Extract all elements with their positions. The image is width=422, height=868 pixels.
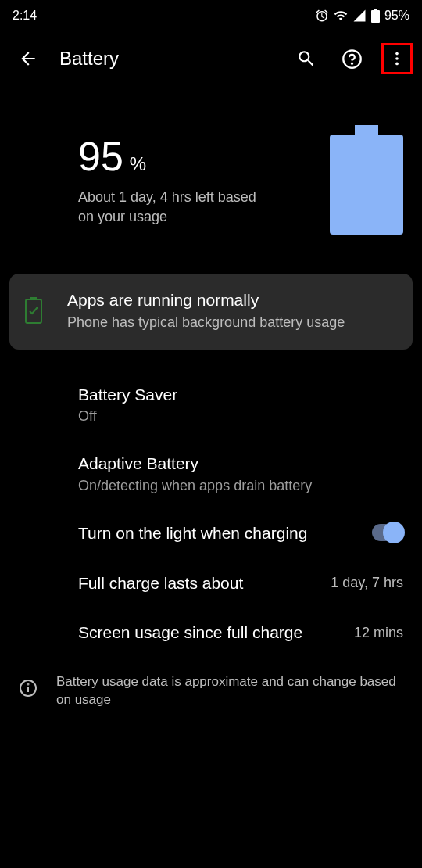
svg-rect-1 [371,10,380,23]
list-text: Battery Saver Off [78,384,403,425]
item-title: Turn on the light when charging [78,522,359,543]
battery-pct-text: 95% [384,9,409,23]
apps-status-card[interactable]: Apps are running normally Phone has typi… [9,274,413,350]
svg-rect-0 [374,9,377,10]
light-when-charging-item[interactable]: Turn on the light when charging [0,508,422,558]
list-text: Full charge lasts about [78,572,318,594]
search-button[interactable] [291,43,322,74]
item-title: Battery Saver [78,384,403,405]
back-button[interactable] [9,40,47,77]
light-toggle[interactable] [372,524,403,541]
percent-symbol: % [130,153,146,175]
app-bar: Battery [0,31,422,86]
status-right: 95% [315,9,409,23]
svg-point-3 [351,63,352,63]
search-icon [296,48,316,69]
battery-saver-item[interactable]: Battery Saver Off [0,370,422,439]
signal-icon [352,9,367,23]
item-subtitle: On/detecting when apps drain battery [78,478,403,494]
card-subtitle: Phone has typical background battery usa… [67,313,345,332]
card-title: Apps are running normally [67,291,345,310]
svg-point-5 [395,57,399,60]
item-value: 12 mins [354,625,403,641]
battery-status-icon [371,9,380,23]
help-icon [342,48,363,70]
svg-point-6 [395,63,399,66]
footer-text: Battery usage data is approximate and ca… [56,673,403,710]
help-button[interactable] [336,43,367,74]
percentage-line: 95 % [78,133,299,180]
screen-usage-item[interactable]: Screen usage since full charge 12 mins [0,608,422,657]
item-title: Screen usage since full charge [78,622,342,643]
app-bar-actions [291,43,413,74]
summary-text: 95 % About 1 day, 4 hrs left based on yo… [78,133,299,227]
info-icon [19,679,38,703]
back-arrow-icon [18,48,38,69]
item-subtitle: Off [78,408,403,425]
item-title: Adaptive Battery [78,453,403,474]
battery-ok-icon [25,297,42,327]
alarm-icon [315,9,329,23]
full-charge-item[interactable]: Full charge lasts about 1 day, 7 hrs [0,558,422,608]
more-vert-icon [388,50,406,67]
list-text: Turn on the light when charging [78,522,359,543]
card-body: Apps are running normally Phone has typi… [67,291,345,332]
battery-large-icon [330,125,403,235]
item-value: 1 day, 7 hrs [331,575,403,591]
status-time: 2:14 [13,9,37,23]
footer-note: Battery usage data is approximate and ca… [0,658,422,724]
battery-summary[interactable]: 95 % About 1 day, 4 hrs left based on yo… [0,86,422,274]
overflow-menu-button[interactable] [381,43,413,74]
battery-estimate: About 1 day, 4 hrs left based on your us… [78,188,258,227]
svg-point-11 [28,684,29,685]
list-text: Screen usage since full charge [78,622,342,643]
battery-percentage: 95 [78,133,123,180]
list-text: Adaptive Battery On/detecting when apps … [78,453,403,493]
wifi-icon [334,9,348,23]
item-title: Full charge lasts about [78,572,318,594]
page-title: Battery [59,48,291,70]
adaptive-battery-item[interactable]: Adaptive Battery On/detecting when apps … [0,439,422,508]
svg-point-4 [395,52,399,56]
status-bar: 2:14 95% [0,0,422,31]
